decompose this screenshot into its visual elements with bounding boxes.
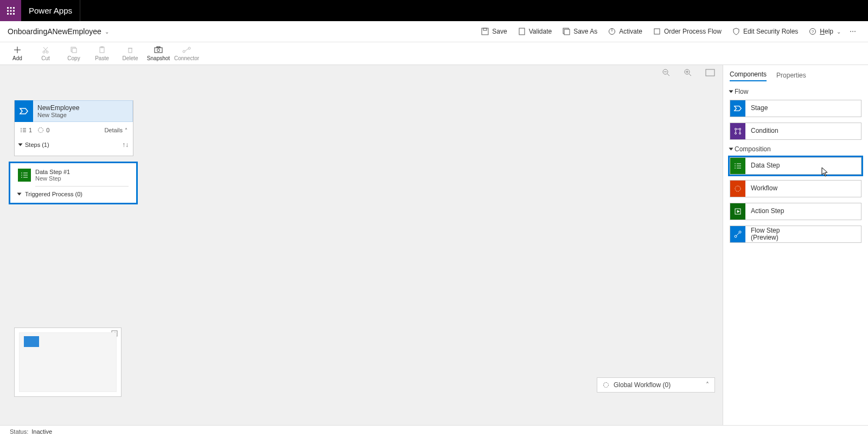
stage-icon — [730, 100, 745, 117]
svg-rect-5 — [13, 10, 15, 11]
flow-name-text: OnboardingANewEmployee — [8, 27, 101, 36]
svg-rect-10 — [483, 28, 487, 30]
copy-label: Copy — [67, 55, 80, 61]
edit-security-button[interactable]: Edit Security Roles — [727, 21, 803, 42]
component-data-step[interactable]: Data Step — [730, 157, 861, 175]
cut-button[interactable]: Cut — [31, 42, 60, 65]
snapshot-label: Snapshot — [147, 55, 170, 61]
zoom-out-button[interactable] — [662, 68, 671, 77]
paste-button[interactable]: Paste — [88, 42, 116, 65]
component-action-step-label: Action Step — [745, 208, 784, 215]
steps-header-row[interactable]: Steps (1) ↑↓ — [19, 138, 129, 151]
save-button[interactable]: Save — [476, 21, 512, 42]
canvas-area[interactable]: NewEmployee New Stage 1 0 Details ˄ Step… — [0, 65, 723, 425]
svg-rect-8 — [13, 13, 15, 15]
brand-divider — [80, 0, 80, 21]
paste-icon — [98, 46, 106, 54]
minimap[interactable] — [14, 327, 122, 397]
svg-rect-44 — [706, 69, 714, 76]
global-workflow-bar[interactable]: Global Workflow (0) ˄ — [597, 377, 715, 393]
component-action-step[interactable]: Action Step — [730, 203, 861, 220]
svg-rect-26 — [72, 48, 76, 53]
copy-button[interactable]: Copy — [60, 42, 88, 65]
order-process-button[interactable]: Order Process Flow — [648, 21, 727, 42]
brand-label: Power Apps — [21, 6, 72, 15]
save-as-button[interactable]: Save As — [557, 21, 603, 42]
data-step-icon — [18, 169, 31, 182]
add-button[interactable]: Add — [3, 42, 31, 65]
component-stage-label: Stage — [745, 105, 768, 112]
svg-point-51 — [39, 128, 43, 133]
connector-label: Connector — [174, 55, 199, 61]
save-label: Save — [492, 28, 507, 35]
fit-screen-button[interactable] — [705, 69, 715, 76]
svg-text:?: ? — [812, 29, 814, 34]
triggered-process-row[interactable]: Triggered Process (0) — [18, 189, 129, 200]
more-commands-button[interactable]: ⋯ — [846, 21, 860, 42]
svg-line-38 — [667, 74, 669, 76]
collapse-icon — [17, 193, 22, 196]
activate-label: Activate — [619, 28, 642, 35]
svg-point-63 — [739, 133, 741, 134]
snapshot-button[interactable]: Snapshot — [144, 42, 173, 65]
workflow-icon — [730, 181, 745, 197]
component-condition[interactable]: Condition — [730, 123, 861, 140]
copy-icon — [70, 46, 78, 54]
svg-point-35 — [188, 47, 190, 49]
group-flow-header[interactable]: Flow — [730, 88, 861, 95]
help-button[interactable]: ? Help ⌄ — [803, 21, 846, 42]
step-title: Data Step #1 — [35, 169, 70, 175]
connector-button[interactable]: Connector — [173, 42, 201, 65]
chevron-down-icon: ⌄ — [105, 29, 109, 35]
add-label: Add — [12, 55, 22, 61]
svg-rect-1 — [10, 7, 11, 9]
save-icon — [481, 28, 489, 35]
data-step-row[interactable]: Data Step #1 New Step — [18, 166, 129, 184]
tab-components[interactable]: Components — [730, 70, 767, 81]
svg-point-34 — [183, 50, 185, 53]
group-composition-header[interactable]: Composition — [730, 145, 861, 153]
svg-point-60 — [735, 128, 737, 130]
app-launcher-button[interactable] — [0, 0, 21, 21]
global-workflow-label: Global Workflow (0) — [614, 381, 671, 389]
component-condition-label: Condition — [745, 127, 778, 134]
zoom-in-button[interactable] — [684, 68, 692, 77]
minimap-viewport[interactable] — [19, 332, 117, 392]
security-icon — [732, 28, 740, 35]
component-stage[interactable]: Stage — [730, 100, 861, 117]
help-label: Help — [820, 28, 833, 35]
data-step-text: Data Step #1 New Step — [35, 169, 70, 182]
save-as-icon — [563, 28, 570, 35]
list-icon — [20, 127, 27, 133]
action-step-icon — [730, 203, 745, 220]
top-bar: Power Apps — [0, 0, 868, 21]
delete-label: Delete — [123, 55, 138, 61]
stage-subtitle: New Stage — [37, 112, 132, 118]
divider — [35, 186, 129, 187]
flow-name-dropdown[interactable]: OnboardingANewEmployee ⌄ — [8, 27, 109, 36]
stage-card[interactable]: NewEmployee New Stage 1 0 Details ˄ Step… — [14, 100, 133, 156]
order-label: Order Process Flow — [664, 28, 722, 35]
svg-rect-6 — [7, 13, 9, 15]
svg-line-41 — [689, 74, 691, 76]
svg-rect-2 — [13, 7, 15, 9]
stage-details-toggle[interactable]: Details ˄ — [104, 127, 127, 133]
svg-rect-29 — [129, 48, 132, 53]
tab-properties[interactable]: Properties — [776, 72, 806, 81]
component-workflow[interactable]: Workflow — [730, 180, 861, 197]
stage-workflow-count: 0 — [37, 127, 49, 133]
connector-icon — [182, 46, 191, 54]
component-workflow-label: Workflow — [745, 185, 777, 192]
selected-step-card[interactable]: Data Step #1 New Step Triggered Process … — [9, 162, 138, 204]
delete-button[interactable]: Delete — [116, 42, 144, 65]
steps-label: Steps (1) — [25, 142, 49, 148]
status-bar: Status: Inactive — [0, 425, 868, 437]
stage-header[interactable]: NewEmployee New Stage — [15, 100, 133, 122]
validate-label: Validate — [529, 28, 552, 35]
svg-line-36 — [185, 49, 188, 51]
paste-label: Paste — [95, 55, 109, 61]
validate-button[interactable]: Validate — [513, 21, 557, 42]
reorder-arrows[interactable]: ↑↓ — [122, 141, 129, 149]
component-flow-step[interactable]: Flow Step (Preview) — [730, 226, 861, 243]
activate-button[interactable]: Activate — [603, 21, 648, 42]
